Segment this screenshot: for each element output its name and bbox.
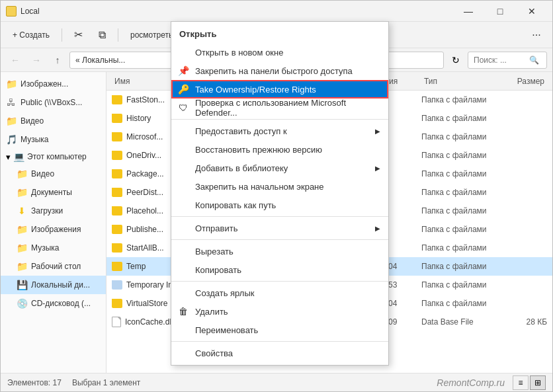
menu-item-rename[interactable]: Переименовать [171, 321, 388, 339]
arrow-icon: ▶ [375, 128, 380, 135]
shield-icon: 🛡 [177, 101, 190, 114]
menu-item-send-to[interactable]: Отправить ▶ [171, 219, 388, 237]
menu-item-label: Отправить [195, 223, 237, 233]
menu-item-label: Проверка с использованием Microsoft Defe… [195, 98, 380, 118]
menu-item-label: Вырезать [195, 247, 234, 256]
menu-separator-5 [171, 341, 388, 342]
context-menu-overlay[interactable]: Открыть Открыть в новом окне 📌 Закрепить… [0, 0, 553, 392]
menu-item-copy[interactable]: Копировать [171, 260, 388, 279]
menu-item-label: Копировать как путь [195, 200, 276, 210]
menu-item-label: Восстановить прежнюю версию [195, 145, 322, 155]
menu-item-label: Свойства [195, 348, 233, 358]
menu-item-label: Предоставить доступ к [195, 126, 287, 136]
arrow-icon: ▶ [375, 225, 380, 232]
menu-title: Открыть [171, 24, 388, 43]
menu-item-open-new-window[interactable]: Открыть в новом окне [171, 43, 388, 61]
menu-item-pin-quickaccess[interactable]: 📌 Закрепить на панели быстрого доступа [171, 61, 388, 80]
menu-item-label: Закрепить на начальном экране [195, 182, 324, 192]
menu-item-label: Удалить [195, 307, 228, 317]
menu-item-copy-path[interactable]: Копировать как путь [171, 196, 388, 214]
pin-icon: 📌 [177, 64, 190, 77]
menu-item-restore-version[interactable]: Восстановить прежнюю версию [171, 140, 388, 159]
menu-item-pin-start[interactable]: Закрепить на начальном экране [171, 177, 388, 196]
menu-item-share[interactable]: Предоставить доступ к ▶ [171, 122, 388, 140]
menu-title-label: Открыть [179, 29, 216, 39]
menu-item-take-ownership[interactable]: 🔑 Take Ownership/Restore Rights [171, 80, 388, 98]
menu-item-create-shortcut[interactable]: Создать ярлык [171, 284, 388, 302]
menu-item-label: Take Ownership/Restore Rights [195, 85, 316, 95]
menu-item-label: Добавить в библиотеку [195, 163, 288, 173]
menu-item-delete[interactable]: 🗑 Удалить [171, 302, 388, 321]
menu-item-label: Создать ярлык [195, 288, 254, 298]
menu-item-label: Переименовать [195, 325, 258, 335]
menu-item-properties[interactable]: Свойства [171, 344, 388, 362]
context-menu: Открыть Открыть в новом окне 📌 Закрепить… [171, 21, 389, 366]
menu-item-label: Копировать [195, 265, 241, 275]
key-icon: 🔑 [177, 83, 190, 96]
menu-item-label: Открыть в новом окне [195, 48, 283, 58]
menu-item-defender[interactable]: 🛡 Проверка с использованием Microsoft De… [171, 98, 388, 117]
arrow-icon: ▶ [375, 165, 380, 172]
menu-item-label: Закрепить на панели быстрого доступа [195, 66, 353, 76]
menu-separator-3 [171, 239, 388, 240]
menu-separator-2 [171, 216, 388, 217]
trash-icon: 🗑 [177, 305, 190, 318]
menu-separator-1 [171, 119, 388, 120]
menu-item-add-library[interactable]: Добавить в библиотеку ▶ [171, 159, 388, 177]
menu-separator-4 [171, 281, 388, 282]
menu-item-cut[interactable]: Вырезать [171, 242, 388, 260]
